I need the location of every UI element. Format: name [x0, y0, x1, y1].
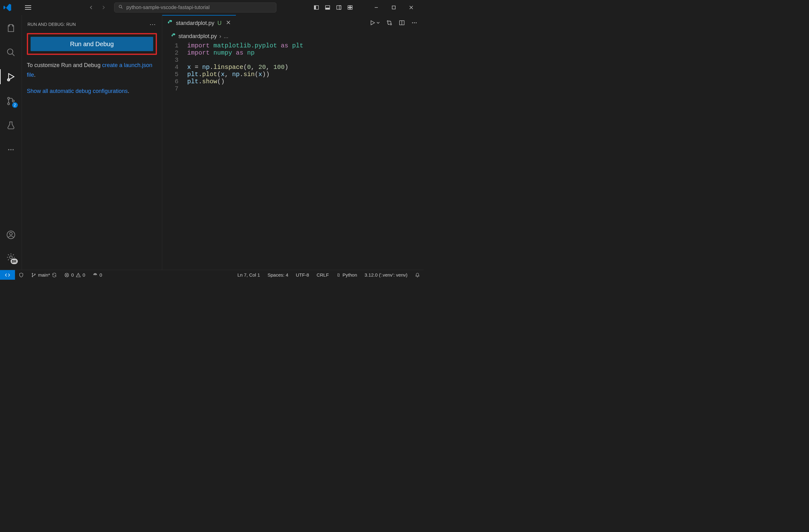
nav-back-icon[interactable]	[85, 2, 97, 13]
run-debug-sidebar: RUN AND DEBUG: RUN ⋯ Run and Debug To cu…	[22, 15, 162, 270]
breadcrumb-separator-icon: ›	[219, 33, 221, 40]
maximize-icon[interactable]	[388, 1, 400, 14]
trust-icon[interactable]	[15, 270, 28, 280]
cursor-position[interactable]: Ln 7, Col 1	[234, 270, 264, 280]
svg-point-0	[119, 5, 122, 8]
breadcrumb[interactable]: standardplot.py › ...	[162, 31, 424, 42]
svg-point-27	[414, 22, 415, 23]
activity-bar: 2 BR	[0, 15, 22, 270]
run-and-debug-button[interactable]: Run and Debug	[31, 37, 153, 51]
run-debug-icon[interactable]	[3, 69, 18, 84]
run-file-icon[interactable]	[369, 20, 380, 26]
port-count: 0	[100, 272, 102, 278]
eol[interactable]: CRLF	[313, 270, 332, 280]
period2: .	[127, 88, 129, 94]
svg-point-14	[7, 97, 10, 99]
python-file-icon	[167, 20, 173, 27]
svg-rect-6	[340, 6, 341, 10]
command-center-text: python-sample-vscode-fastapi-tutorial	[126, 5, 210, 10]
svg-point-26	[412, 22, 413, 23]
line-number: 3	[162, 56, 187, 64]
line-number: 1	[162, 42, 187, 49]
sidebar-title: RUN AND DEBUG: RUN	[28, 22, 76, 27]
customize-text: To customize Run and Debug	[27, 62, 102, 68]
svg-point-15	[7, 103, 10, 105]
git-branch[interactable]: main*	[28, 270, 61, 280]
svg-point-28	[416, 22, 416, 23]
tab-standardplot[interactable]: standardplot.py U	[162, 15, 236, 31]
git-compare-icon[interactable]	[386, 20, 393, 26]
encoding[interactable]: UTF-8	[292, 270, 313, 280]
editor-more-icon[interactable]	[411, 20, 417, 26]
settings-badge: BR	[11, 259, 17, 264]
command-center[interactable]: python-sample-vscode-fastapi-tutorial	[114, 2, 276, 13]
accounts-icon[interactable]	[3, 227, 18, 242]
layout-customize-icon[interactable]	[345, 2, 355, 13]
breadcrumb-file: standardplot.py	[178, 33, 217, 40]
editor-tabs: standardplot.py U	[162, 15, 424, 31]
nav-forward-icon[interactable]	[98, 2, 109, 13]
tab-filename: standardplot.py	[176, 20, 214, 26]
svg-point-18	[10, 149, 12, 150]
sync-icon[interactable]	[52, 272, 57, 278]
line-number: 7	[162, 85, 187, 92]
svg-rect-9	[348, 8, 350, 10]
branch-name: main*	[38, 272, 50, 278]
sidebar-more-icon[interactable]: ⋯	[150, 21, 156, 28]
svg-rect-5	[337, 6, 341, 10]
explorer-icon[interactable]	[3, 21, 18, 36]
error-count: 0	[71, 272, 74, 278]
svg-point-29	[32, 273, 33, 274]
code-editor[interactable]: 1import matplotlib.pyplot as plt 2import…	[162, 42, 424, 92]
language-label: Python	[343, 272, 357, 278]
search-activity-icon[interactable]	[3, 45, 18, 60]
layout-panel-icon[interactable]	[323, 2, 332, 13]
svg-point-30	[32, 276, 33, 277]
remote-indicator-icon[interactable]	[0, 270, 15, 280]
close-icon[interactable]	[405, 1, 417, 14]
warning-count: 0	[83, 272, 85, 278]
problems[interactable]: 0 0	[61, 270, 89, 280]
svg-point-24	[390, 24, 392, 25]
svg-point-19	[13, 149, 14, 150]
svg-point-17	[8, 149, 10, 150]
notifications-icon[interactable]	[411, 270, 424, 280]
line-number: 2	[162, 49, 187, 56]
show-configs-link[interactable]: Show all automatic debug configurations	[27, 88, 127, 94]
additional-views-icon[interactable]	[3, 142, 18, 157]
python-interpreter[interactable]: 3.12.0 ('.venv': venv)	[361, 270, 411, 280]
layout-sidebar-left-icon[interactable]	[311, 2, 321, 13]
svg-point-22	[10, 256, 12, 259]
svg-rect-11	[392, 6, 395, 9]
minimize-icon[interactable]	[370, 1, 382, 14]
titlebar: python-sample-vscode-fastapi-tutorial	[0, 0, 424, 15]
ports[interactable]: 0	[89, 270, 106, 280]
line-number: 4	[162, 64, 187, 71]
line-number: 5	[162, 71, 187, 78]
svg-point-12	[7, 49, 13, 55]
svg-rect-7	[348, 6, 350, 7]
status-bar: main* 0 0 0 Ln 7, Col 1 Spaces: 4 UTF-8 …	[0, 270, 424, 280]
svg-rect-2	[314, 6, 316, 10]
layout-sidebar-right-icon[interactable]	[334, 2, 344, 13]
svg-point-33	[95, 275, 95, 275]
svg-point-31	[35, 274, 36, 275]
testing-icon[interactable]	[3, 118, 18, 133]
svg-rect-10	[350, 8, 352, 10]
indentation[interactable]: Spaces: 4	[264, 270, 292, 280]
python-file-icon	[171, 33, 176, 40]
breadcrumb-more: ...	[224, 33, 228, 40]
source-control-icon[interactable]: 2	[3, 93, 18, 108]
split-editor-icon[interactable]	[399, 20, 405, 26]
editor-area: standardplot.py U	[162, 15, 424, 270]
svg-point-23	[387, 21, 389, 22]
tab-close-icon[interactable]	[226, 20, 231, 26]
scm-badge: 2	[12, 102, 18, 108]
settings-gear-icon[interactable]: BR	[3, 250, 18, 265]
menu-icon[interactable]	[23, 3, 33, 12]
period1: .	[34, 72, 36, 78]
run-highlight-box: Run and Debug	[27, 33, 157, 55]
svg-rect-8	[350, 6, 352, 7]
svg-rect-4	[325, 8, 330, 10]
language-mode[interactable]: Python	[332, 270, 361, 280]
